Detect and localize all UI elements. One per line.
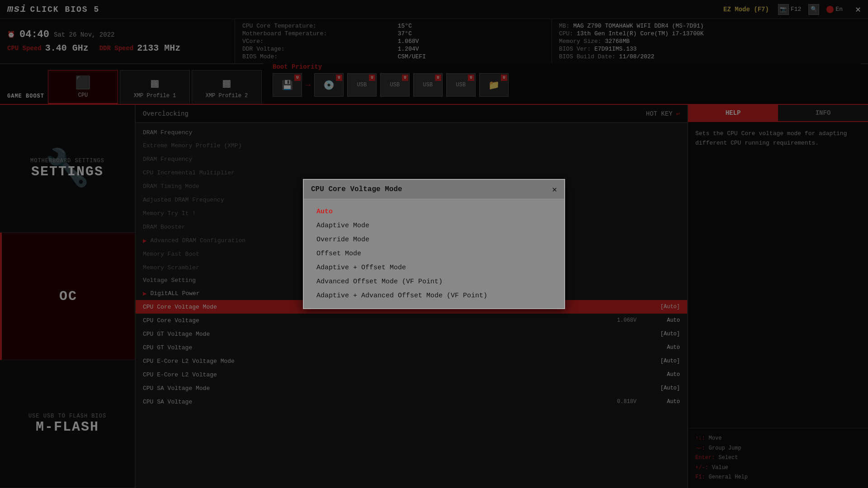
modal-dialog: CPU Core Voltage Mode ✕ Auto Adaptive Mo… bbox=[303, 179, 565, 309]
modal-option-adaptive[interactable]: Adaptive Mode bbox=[311, 219, 557, 233]
modal-close-button[interactable]: ✕ bbox=[552, 184, 557, 194]
modal-option-offset[interactable]: Offset Mode bbox=[311, 247, 557, 261]
modal-title-bar: CPU Core Voltage Mode ✕ bbox=[304, 180, 564, 199]
modal-option-auto[interactable]: Auto bbox=[311, 205, 557, 219]
modal-option-override[interactable]: Override Mode bbox=[311, 233, 557, 247]
modal-body: Auto Adaptive Mode Override Mode Offset … bbox=[304, 199, 564, 308]
modal-option-adaptive-advanced[interactable]: Adaptive + Advanced Offset Mode (VF Poin… bbox=[311, 289, 557, 303]
modal-title: CPU Core Voltage Mode bbox=[311, 185, 402, 193]
modal-option-advanced-offset[interactable]: Advanced Offset Mode (VF Point) bbox=[311, 275, 557, 289]
modal-overlay[interactable]: CPU Core Voltage Mode ✕ Auto Adaptive Mo… bbox=[0, 0, 868, 488]
modal-option-adaptive-offset[interactable]: Adaptive + Offset Mode bbox=[311, 261, 557, 275]
